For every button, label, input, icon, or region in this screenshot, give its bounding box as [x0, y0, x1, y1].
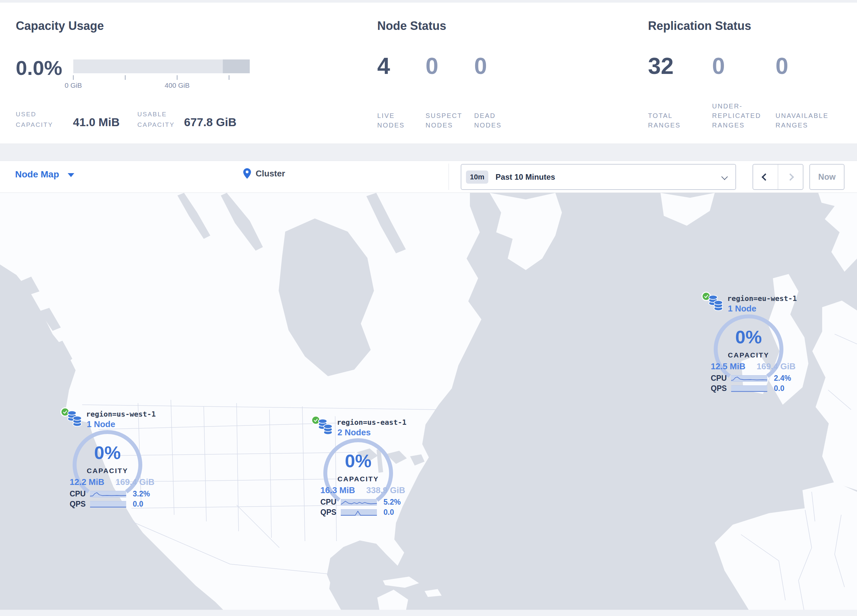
region-capacity-percent: 0%	[60, 443, 155, 462]
database-icon	[67, 411, 82, 428]
capacity-percent: 0.0%	[16, 58, 62, 78]
axis-tick	[125, 75, 125, 80]
usable-capacity-label: USABLE CAPACITY	[138, 109, 175, 130]
chevron-down-icon	[721, 173, 728, 180]
capacity-bar	[73, 59, 250, 73]
qps-value: 0.0	[774, 384, 784, 393]
region-used-capacity: 12.5 MiB	[711, 361, 746, 372]
breadcrumb-label: Cluster	[256, 168, 285, 179]
cluster-overview-page: Capacity Usage 0.0% 0 GiB 400 GiB USED C…	[0, 0, 857, 616]
region-total-capacity: 169.4 GiB	[115, 477, 155, 487]
under-replicated-count: 0	[712, 54, 725, 77]
region-used-capacity: 12.2 MiB	[70, 477, 105, 487]
qps-label: QPS	[320, 508, 341, 517]
cpu-value: 3.2%	[133, 489, 150, 499]
region-total-capacity: 338.9 GiB	[366, 485, 405, 496]
cpu-value: 5.2%	[384, 498, 401, 506]
region-marker-us-west-1[interactable]: region=us-west-1 1 Node 0% CAPACITY 12.2…	[60, 408, 155, 513]
qps-sparkline	[90, 501, 126, 508]
cpu-sparkline	[341, 499, 377, 506]
qps-value: 0.0	[384, 508, 394, 517]
region-marker-us-east-1[interactable]: region=us-east-1 2 Nodes 0% CAPACITY 16.…	[311, 415, 406, 521]
region-name: region=us-west-1	[86, 410, 156, 418]
region-capacity-percent: 0%	[701, 328, 796, 346]
cpu-label: CPU	[70, 489, 90, 499]
time-step-buttons	[752, 164, 803, 190]
suspect-nodes-label: SUSPECT NODES	[425, 111, 463, 130]
map-bottom-strip	[0, 610, 857, 616]
dead-nodes-label: DEAD NODES	[474, 111, 502, 130]
cpu-value: 2.4%	[774, 374, 791, 383]
qps-label: QPS	[70, 500, 90, 509]
total-ranges-count: 32	[648, 54, 674, 77]
region-capacity-label: CAPACITY	[311, 475, 406, 483]
view-selector-label: Node Map	[15, 169, 59, 180]
cpu-sparkline	[90, 491, 126, 497]
usable-capacity-value: 677.8 GiB	[184, 116, 237, 129]
caret-down-icon	[68, 173, 74, 177]
view-selector-dropdown[interactable]: Node Map	[15, 169, 74, 180]
node-map: region=us-west-1 1 Node 0% CAPACITY 12.2…	[0, 193, 857, 616]
time-range-select[interactable]: 10m Past 10 Minutes	[461, 164, 736, 190]
qps-value: 0.0	[133, 500, 143, 509]
landmasses	[0, 193, 857, 616]
now-button[interactable]: Now	[809, 164, 845, 190]
time-range-label: Past 10 Minutes	[495, 173, 555, 182]
cpu-sparkline	[731, 375, 767, 382]
cpu-label: CPU	[320, 498, 341, 506]
time-prev-button[interactable]	[753, 165, 778, 189]
region-used-capacity: 16.3 MiB	[320, 485, 355, 496]
region-name: region=eu-west-1	[727, 294, 797, 303]
axis-tick	[177, 75, 178, 80]
region-marker-eu-west-1[interactable]: region=eu-west-1 1 Node 0% CAPACITY 12.5…	[701, 292, 796, 397]
map-toolbar: Node Map Cluster 10m Past 10 Minutes Now	[0, 161, 857, 193]
time-next-button[interactable]	[778, 165, 803, 189]
live-nodes-label: LIVE NODES	[377, 111, 405, 130]
database-icon	[708, 295, 723, 313]
toolbar-divider	[449, 164, 449, 190]
region-capacity-label: CAPACITY	[60, 467, 155, 475]
qps-label: QPS	[711, 384, 731, 393]
used-capacity-value: 41.0 MiB	[73, 116, 120, 129]
qps-sparkline	[731, 385, 767, 392]
axis-tick-label: 400 GiB	[158, 82, 197, 90]
axis-tick	[73, 75, 74, 80]
capacity-usage-title: Capacity Usage	[16, 19, 104, 33]
breadcrumb[interactable]: Cluster	[243, 168, 285, 179]
region-capacity-label: CAPACITY	[701, 351, 796, 359]
dead-nodes-count: 0	[474, 54, 487, 77]
suspect-nodes-count: 0	[425, 54, 438, 77]
chevron-right-icon	[787, 173, 794, 181]
capacity-bar-used-segment	[223, 59, 250, 73]
live-nodes-count: 4	[377, 54, 390, 77]
region-name: region=us-east-1	[337, 418, 407, 426]
database-icon	[318, 419, 333, 437]
unavailable-label: UNAVAILABLE RANGES	[775, 111, 828, 130]
region-total-capacity: 169.4 GiB	[756, 361, 795, 372]
unavailable-count: 0	[775, 54, 788, 77]
total-ranges-label: TOTAL RANGES	[648, 111, 681, 130]
qps-sparkline	[341, 509, 377, 516]
axis-tick	[229, 75, 229, 80]
under-replicated-label: UNDER- REPLICATED RANGES	[712, 102, 761, 130]
node-status-title: Node Status	[377, 19, 446, 33]
cluster-summary-card: Capacity Usage 0.0% 0 GiB 400 GiB USED C…	[0, 3, 857, 144]
map-pin-icon	[243, 168, 251, 179]
time-range-badge: 10m	[466, 170, 488, 184]
chevron-left-icon	[762, 173, 769, 181]
cpu-label: CPU	[711, 374, 731, 383]
axis-tick-label: 0 GiB	[54, 82, 93, 90]
world-map	[0, 193, 857, 616]
region-capacity-percent: 0%	[311, 452, 406, 470]
replication-status-title: Replication Status	[648, 19, 751, 33]
used-capacity-label: USED CAPACITY	[16, 109, 53, 130]
